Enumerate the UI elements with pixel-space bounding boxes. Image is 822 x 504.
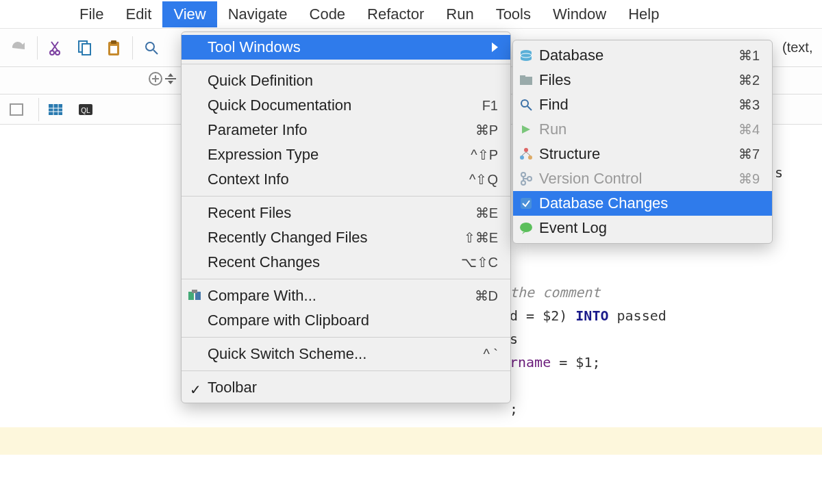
- menuitem-shortcut: ⌘9: [738, 171, 760, 187]
- code-text: = $1;: [551, 354, 600, 370]
- menuitem-label: Expression Type: [208, 146, 471, 164]
- menuitem-label: Quick Definition: [208, 72, 498, 90]
- svg-point-41: [520, 223, 532, 232]
- menuitem-label: Context Info: [208, 171, 469, 188]
- code-text: d = $2): [510, 307, 575, 324]
- menuitem-shortcut: ⌘3: [738, 97, 760, 113]
- menuitem-label: Quick Documentation: [208, 97, 482, 114]
- menu-navigate[interactable]: Navigate: [217, 1, 299, 27]
- separator: [38, 98, 39, 121]
- menuitem-toolbar[interactable]: ✓ Toolbar: [182, 375, 510, 400]
- menuitem-compare-with-clipboard[interactable]: Compare with Clipboard: [182, 308, 510, 333]
- menuitem-label: Database: [539, 47, 738, 64]
- code-text: passed: [609, 307, 667, 324]
- menubar: File Edit View Navigate Code Refactor Ru…: [0, 0, 822, 29]
- svg-point-39: [527, 177, 532, 181]
- files-icon: [519, 73, 534, 88]
- svg-line-8: [153, 50, 158, 54]
- search-icon[interactable]: [140, 36, 163, 60]
- empty-tab-icon[interactable]: [4, 97, 29, 122]
- menuitem-shortcut: ⌘4: [738, 121, 760, 138]
- menuitem-label: Toolbar: [208, 379, 498, 396]
- structure-icon: [519, 147, 534, 162]
- svg-point-33: [520, 155, 524, 160]
- menu-code[interactable]: Code: [299, 1, 357, 27]
- menuitem-label: Tool Windows: [208, 38, 486, 56]
- svg-point-0: [50, 51, 54, 55]
- menuitem-recent-files[interactable]: Recent Files⌘E: [182, 201, 510, 225]
- database-icon: [519, 48, 534, 63]
- submenu-files[interactable]: Files⌘2: [513, 68, 772, 92]
- svg-point-7: [146, 42, 154, 51]
- menuitem-shortcut: ⌘P: [475, 122, 498, 138]
- separator: [132, 36, 133, 60]
- menuitem-label: Compare with Clipboard: [208, 312, 498, 329]
- copy-icon[interactable]: [73, 36, 97, 60]
- svg-text:QL: QL: [81, 107, 90, 114]
- menuitem-context-info[interactable]: Context Info^⇧Q: [182, 167, 510, 192]
- svg-point-30: [521, 100, 528, 107]
- menuitem-quick-switch-scheme[interactable]: Quick Switch Scheme...^ `: [182, 342, 510, 366]
- menuitem-compare-with[interactable]: Compare With...⌘D: [182, 284, 510, 308]
- submenu-database[interactable]: Database⌘1: [513, 43, 772, 68]
- menu-file[interactable]: File: [68, 1, 114, 27]
- menu-refactor[interactable]: Refactor: [356, 1, 435, 27]
- menuitem-shortcut: ⌘D: [475, 288, 498, 304]
- menuitem-recent-changes[interactable]: Recent Changes⌥⇧C: [182, 250, 510, 275]
- eventlog-icon: [519, 220, 534, 236]
- tabbar-trailing-text: s: [775, 164, 783, 181]
- menuitem-label: Version Control: [539, 170, 738, 188]
- menuitem-label: Quick Switch Scheme...: [208, 345, 483, 363]
- menu-help[interactable]: Help: [617, 1, 670, 27]
- submenu-arrow-icon: [492, 42, 498, 52]
- svg-rect-6: [110, 46, 117, 53]
- menuitem-label: Files: [539, 71, 738, 89]
- menuitem-recently-changed-files[interactable]: Recently Changed Files⇧⌘E: [182, 225, 510, 250]
- menu-edit[interactable]: Edit: [114, 1, 162, 27]
- menuitem-label: Recent Files: [208, 204, 475, 222]
- menuitem-label: Database Changes: [539, 194, 760, 212]
- menu-tools[interactable]: Tools: [485, 1, 542, 27]
- svg-rect-3: [82, 44, 90, 55]
- sql-tab-icon[interactable]: QL: [73, 97, 98, 122]
- menu-window[interactable]: Window: [542, 1, 617, 27]
- menuitem-label: Find: [539, 96, 738, 114]
- submenu-structure[interactable]: Structure⌘7: [513, 142, 772, 166]
- menu-separator: [182, 370, 510, 371]
- cut-icon[interactable]: [45, 36, 68, 60]
- redo-icon[interactable]: [7, 36, 30, 60]
- svg-point-37: [521, 173, 525, 177]
- svg-line-36: [526, 152, 530, 155]
- tool-windows-submenu: Database⌘1 Files⌘2 Find⌘3 Run⌘4 Structur…: [512, 40, 773, 244]
- submenu-find[interactable]: Find⌘3: [513, 92, 772, 117]
- svg-rect-14: [49, 104, 62, 115]
- compare-icon: [187, 288, 202, 303]
- submenu-event-log[interactable]: Event Log: [513, 216, 772, 240]
- menu-separator: [182, 64, 510, 64]
- menuitem-label: Run: [539, 121, 738, 138]
- menu-run[interactable]: Run: [435, 1, 484, 27]
- menu-view[interactable]: View: [162, 1, 216, 27]
- svg-point-38: [521, 181, 525, 185]
- menuitem-shortcut: ⇧⌘E: [464, 229, 498, 246]
- menuitem-quick-documentation[interactable]: Quick DocumentationF1: [182, 93, 510, 118]
- split-icon[interactable]: [163, 71, 178, 90]
- svg-rect-13: [10, 104, 23, 115]
- menuitem-shortcut: ⌘7: [738, 146, 760, 162]
- menuitem-shortcut: F1: [482, 98, 498, 114]
- code-comment: the comment: [510, 284, 600, 301]
- submenu-database-changes[interactable]: Database Changes: [513, 191, 772, 216]
- svg-point-34: [528, 155, 532, 160]
- menuitem-tool-windows[interactable]: Tool Windows: [182, 35, 510, 60]
- paste-icon[interactable]: [102, 36, 125, 60]
- menuitem-quick-definition[interactable]: Quick Definition: [182, 68, 510, 93]
- menuitem-expression-type[interactable]: Expression Type^⇧P: [182, 142, 510, 167]
- separator: [37, 36, 38, 60]
- menuitem-parameter-info[interactable]: Parameter Info⌘P: [182, 118, 510, 142]
- code-text: ;: [510, 401, 518, 417]
- table-tab-icon[interactable]: [43, 97, 68, 122]
- add-icon[interactable]: [148, 71, 163, 90]
- svg-rect-29: [520, 75, 525, 78]
- menuitem-label: Recent Changes: [208, 253, 461, 271]
- menu-separator: [182, 196, 510, 197]
